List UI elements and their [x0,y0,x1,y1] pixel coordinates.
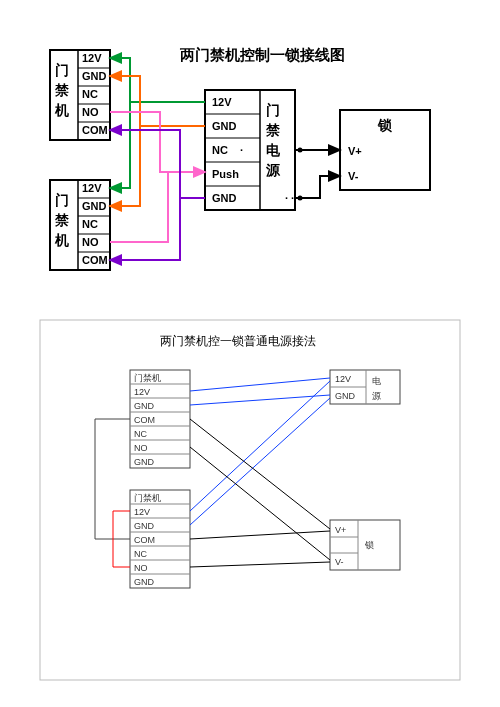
svg-text:NO: NO [134,443,148,453]
r1-pin-com: COM [82,124,108,136]
psu-label-1: 门 [266,102,280,118]
wire-r2-12v [110,102,130,188]
diagram-top: 两门禁机控制一锁接线图 门 禁 机 12V GND NC NO COM 门 禁 … [50,46,430,270]
svg-text:GND: GND [335,391,356,401]
r1-pin-no: NO [82,106,99,118]
svg-text:NO: NO [134,563,148,573]
reader2-label-3: 机 [54,232,69,248]
svg-text:NC: NC [134,549,147,559]
page: 两门禁机控制一锁接线图 门 禁 机 12V GND NC NO COM 门 禁 … [0,0,500,707]
svg-text:NC: NC [134,429,147,439]
lock-label: 锁 [377,117,392,133]
wire-r2-com [110,198,180,260]
svg-text:GND: GND [134,457,155,467]
wire-r2-gnd [110,126,140,206]
wiring-svg: 两门禁机控制一锁接线图 门 禁 机 12V GND NC NO COM 门 禁 … [0,0,500,707]
psu-pin-nc: NC [212,144,228,156]
psu-pin-gnd: GND [212,120,237,132]
svg-text:COM: COM [134,415,155,425]
wire-lock-vm [295,176,340,198]
r2-pin-12v: 12V [82,182,102,194]
svg-text:GND: GND [134,577,155,587]
svg-text:12V: 12V [335,374,351,384]
svg-text:12V: 12V [134,507,150,517]
svg-text:GND: GND [134,521,155,531]
wire-r1-no [110,112,205,172]
psu-pin-12v: 12V [212,96,232,108]
r2-pin-com: COM [82,254,108,266]
reader1-label-1: 门 [55,62,69,78]
r1-pin-nc: NC [82,88,98,100]
r2-pin-no: NO [82,236,99,248]
b-psu-label: 源 [372,391,381,401]
svg-text:电: 电 [372,376,381,386]
reader1-label-3: 机 [54,102,69,118]
psu-label-2: 禁 [265,122,281,138]
lock-pin-vp: V+ [348,145,362,157]
svg-text:12V: 12V [134,387,150,397]
psu-label-4: 源 [265,162,281,178]
psu-pin-push: Push [212,168,239,180]
svg-text:COM: COM [134,535,155,545]
psu-pin-gnd2: GND [212,192,237,204]
svg-text:·: · [240,144,243,156]
r1-pin-gnd: GND [82,70,107,82]
bottom-title: 两门禁机控一锁普通电源接法 [160,334,316,348]
r2-pin-nc: NC [82,218,98,230]
r2-pin-gnd: GND [82,200,107,212]
b-lock-label: 锁 [364,540,374,550]
wire-r1-12v [110,58,205,102]
lock-pin-vm: V- [348,170,359,182]
reader2-label-2: 禁 [54,212,70,228]
psu-label-3: 电 [266,142,281,158]
reader2-label-1: 门 [55,192,69,208]
svg-text:V+: V+ [335,525,346,535]
reader1-label-2: 禁 [54,82,70,98]
b-r1-label: 门禁机 [134,373,161,383]
diagram-bottom: 两门禁机控一锁普通电源接法 门禁机 12V GND COM NC NO GND … [40,320,460,680]
top-title: 两门禁机控制一锁接线图 [179,46,345,63]
svg-text:GND: GND [134,401,155,411]
r1-pin-12v: 12V [82,52,102,64]
b-r2-label: 门禁机 [134,493,161,503]
svg-text:V-: V- [335,557,344,567]
